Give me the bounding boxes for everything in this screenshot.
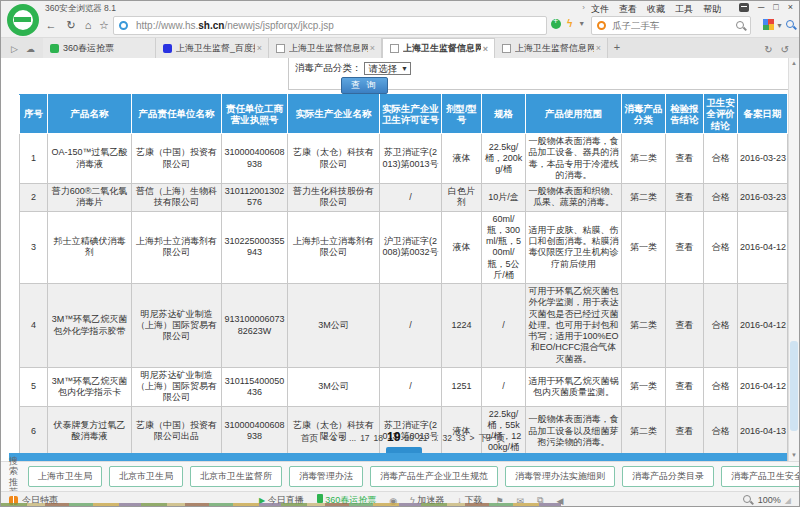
new-tab-button[interactable]: + xyxy=(608,38,626,58)
apps-grid-icon[interactable] xyxy=(763,19,774,30)
tab-close-icon[interactable]: × xyxy=(255,43,264,53)
browser-logo-icon[interactable] xyxy=(7,4,39,36)
recommend-link[interactable]: 北京市卫生监督所 xyxy=(190,466,282,487)
category-select[interactable]: 请选择 ▼ xyxy=(364,62,411,75)
recommend-link[interactable]: 上海市卫生局 xyxy=(28,466,102,487)
page-number[interactable]: 1 xyxy=(332,433,337,443)
url-prefix: http://www.hs. xyxy=(136,20,198,31)
speed-mode-icon[interactable] xyxy=(551,19,561,29)
cell-product-name[interactable]: 3M™环氧乙烷灭菌包内化学指示卡 xyxy=(48,367,132,406)
collapse-icon[interactable]: ▷ xyxy=(11,44,18,54)
vertical-scrollbar[interactable]: ▲ ▼ xyxy=(788,58,799,461)
toolbar-extra-icon[interactable] xyxy=(739,3,749,12)
cell-usage-scope: 一般物体表面消毒，食品加工设备、器具的消毒，本品专用于冷灌线的消毒。 xyxy=(526,134,622,184)
scroll-up-icon[interactable]: ▲ xyxy=(789,58,799,69)
cell-usage-scope: 可用于环氧乙烷灭菌包外化学监测，用于表达灭菌包是否已经过灭菌处理。也可用于封包和… xyxy=(526,284,622,368)
table-row: 3邦士立精碘伏消毒剂上海邦士立消毒剂有限公司310225000355943上海邦… xyxy=(20,211,788,284)
cell-evaluation: 合格 xyxy=(704,367,738,406)
cell-report-link[interactable]: 查看 xyxy=(666,211,704,284)
close-button[interactable]: × xyxy=(788,2,793,12)
filter-label: 消毒产品分类： xyxy=(295,62,362,75)
refresh-icon[interactable]: ↻ xyxy=(63,17,79,33)
page-prev[interactable]: < xyxy=(323,433,328,443)
tab-close-icon[interactable]: × xyxy=(594,43,603,53)
cell-product-name[interactable]: 邦士立精碘伏消毒剂 xyxy=(48,211,132,284)
cell-business-license-no: 91310000607382623W xyxy=(222,284,288,368)
page-number[interactable]: 20 xyxy=(404,433,413,443)
filter-panel: 消毒产品分类： 请选择 ▼ 查 询 xyxy=(288,58,789,90)
scroll-down-icon[interactable]: ▼ xyxy=(789,450,799,461)
page-next[interactable]: > xyxy=(469,433,474,443)
home-icon[interactable]: ⌂ xyxy=(80,17,96,33)
tab[interactable]: 上海卫生监督_百度搜索× xyxy=(156,38,269,58)
recommend-link[interactable]: 消毒产品卫生安全评价规定 xyxy=(721,466,800,487)
page-number[interactable]: 21 xyxy=(418,433,427,443)
title-bar: 360安全浏览器 8.1 › 文件查看收藏工具帮助 ─ □ × xyxy=(1,1,799,14)
zoom-icon xyxy=(742,494,754,506)
url-domain: sh.cn xyxy=(198,20,224,31)
cell-hygiene-permit-no: 沪卫消证字(2008)第0032号 xyxy=(380,211,442,284)
page-number[interactable]: 32 xyxy=(442,433,451,443)
cell-report-link[interactable]: 查看 xyxy=(666,184,704,212)
chevron-down-icon[interactable]: ▼ xyxy=(578,20,585,27)
window-controls: ─ □ × xyxy=(739,2,793,12)
search-input[interactable] xyxy=(612,18,727,33)
cell-usage-scope: 适用于环氧乙烷灭菌锅包内灭菌质量监测。 xyxy=(526,367,622,406)
recommend-link[interactable]: 北京市卫生局 xyxy=(109,466,183,487)
apps-caret-icon[interactable]: ▼ xyxy=(776,22,783,29)
table-row: 2普力600®二氧化氯消毒片普信（上海）生物科技有限公司310112001302… xyxy=(20,184,788,212)
url-input[interactable]: http://www.hs.sh.cn/newwjs/jspforqx/jkcp… xyxy=(113,16,547,35)
cell-category: 第二类 xyxy=(622,134,666,184)
col-index: 序号 xyxy=(20,95,48,134)
url-path: /newwjs/jspforqx/jkcp.jsp xyxy=(224,20,333,31)
cell-responsible-unit: 明尼苏达矿业制造（上海）国际贸易有限公司 xyxy=(132,284,222,368)
page-number[interactable]: 33 xyxy=(456,433,465,443)
restore-tab-icon[interactable]: ↻ xyxy=(764,44,772,55)
cell-hygiene-permit-no: 苏卫消证字(2013)第0013号 xyxy=(380,134,442,184)
search-engine-icon[interactable] xyxy=(597,21,606,30)
cell-category: 第二类 xyxy=(622,184,666,212)
cell-hygiene-permit-no: / xyxy=(380,367,442,406)
cell-spec: 60ml/瓶，300ml/瓶，500ml/瓶，5公斤/桶 xyxy=(482,211,526,284)
cell-evaluation: 合格 xyxy=(704,184,738,212)
page-number[interactable]: 18 xyxy=(374,433,383,443)
cell-report-link[interactable]: 查看 xyxy=(666,284,704,368)
find-zoom-icon[interactable] xyxy=(785,19,797,31)
recommend-link[interactable]: 消毒产品分类目录 xyxy=(622,466,714,487)
cell-manufacturer: 3M公司 xyxy=(288,284,380,368)
cell-report-link[interactable]: 查看 xyxy=(666,134,704,184)
tab[interactable]: 上海卫生监督信息网× xyxy=(495,38,608,58)
tab-active[interactable]: 上海卫生监督信息网× xyxy=(382,38,495,58)
recommend-link[interactable]: 消毒管理办法 xyxy=(289,466,363,487)
star-icon[interactable]: ☆ xyxy=(96,17,112,33)
col-business-license-no: 责任单位工商营业执照号 xyxy=(222,95,288,134)
lightning-icon[interactable]: ϟ xyxy=(567,18,572,29)
recommend-link[interactable]: 消毒产品生产企业卫生规范 xyxy=(370,466,498,487)
cell-product-name[interactable]: 普力600®二氧化氯消毒片 xyxy=(48,184,132,212)
cloud-sync-icon[interactable]: ☁ xyxy=(26,44,35,54)
page-next-label[interactable]: 下一页 xyxy=(478,433,505,443)
recommend-links: 上海市卫生局北京市卫生局北京市卫生监督所消毒管理办法消毒产品生产企业卫生规范消毒… xyxy=(28,466,800,487)
tab[interactable]: 360春运抢票 xyxy=(43,38,156,58)
table-row: 43M™环氧乙烷灭菌包外化学指示胶带明尼苏达矿业制造（上海）国际贸易有限公司91… xyxy=(20,284,788,368)
zoom-control[interactable]: 100% ◢ xyxy=(742,494,791,506)
tab-close-icon[interactable]: × xyxy=(368,43,377,53)
cell-evaluation: 合格 xyxy=(704,211,738,284)
tab[interactable]: 上海卫生监督信息网× xyxy=(269,38,382,58)
scrollbar-thumb[interactable] xyxy=(790,341,798,431)
page-number[interactable]: 2 xyxy=(340,433,345,443)
cell-record-date: 2016-04-12 xyxy=(738,367,788,406)
back-icon[interactable]: ← xyxy=(43,17,59,33)
cell-report-link[interactable]: 查看 xyxy=(666,367,704,406)
cell-product-name[interactable]: OA-150™过氧乙酸消毒液 xyxy=(48,134,132,184)
page-number[interactable]: 17 xyxy=(360,433,369,443)
page-first[interactable]: 首页 xyxy=(301,433,319,443)
tab-close-icon[interactable]: × xyxy=(481,44,490,54)
query-button[interactable]: 查 询 xyxy=(341,77,388,94)
cell-product-name[interactable]: 3M™环氧乙烷灭菌包外化学指示胶带 xyxy=(48,284,132,368)
undo-close-icon[interactable]: ↺ xyxy=(781,44,789,55)
maximize-button[interactable]: □ xyxy=(773,2,778,12)
minimize-button[interactable]: ─ xyxy=(758,2,764,12)
search-icon[interactable] xyxy=(735,20,747,32)
recommend-link[interactable]: 消毒管理办法实施细则 xyxy=(505,466,615,487)
